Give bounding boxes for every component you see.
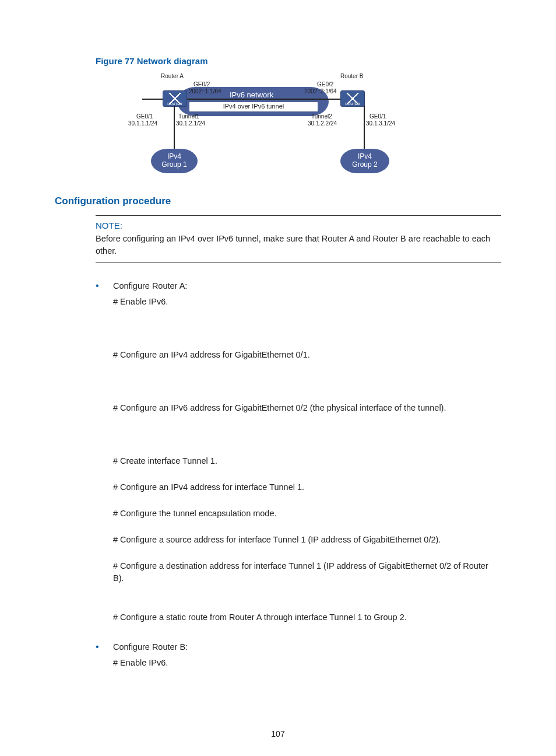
tunnel-box-label: IPv4 over IPv6 tunnel: [189, 102, 318, 112]
group2-name: Group 2: [352, 160, 377, 169]
step-text: # Configure a destination address for in…: [113, 560, 501, 584]
router-b-ge02: GE0/2: [317, 81, 333, 88]
bullet-icon: •: [96, 280, 113, 292]
step-text: # Enable IPv6.: [113, 296, 501, 308]
router-b-ge01: GE0/1: [370, 113, 386, 120]
step-text: # Configure a static route from Router A…: [113, 611, 501, 624]
router-tag: ROUTER: [163, 102, 186, 106]
step-text: # Configure an IPv4 address for GigabitE…: [113, 349, 501, 361]
router-a-ge01: GE0/1: [136, 113, 153, 120]
router-a-ge02: GE0/2: [193, 81, 210, 88]
step-text: # Configure a source address for interfa…: [113, 534, 501, 546]
group1-name: Group 1: [161, 160, 186, 169]
figure-caption: Figure 77 Network diagram: [96, 56, 501, 66]
note-body: Before configuring an IPv4 over IPv6 tun…: [96, 233, 501, 257]
router-b-ge02-ip: 2002::2:1/64: [304, 88, 337, 94]
ipv6-network-label: IPv6 network: [230, 90, 273, 99]
step-text: # Configure an IPv4 address for interfac…: [113, 481, 501, 494]
note-rule-top: [96, 215, 501, 216]
list-item: • Configure Router B:: [96, 641, 501, 653]
router-a-ge01-ip: 30.1.1.1/24: [128, 120, 157, 127]
router-a-ge02-ip: 2002::1:1/64: [189, 88, 221, 94]
network-diagram: IPv6 network IPv4 over IPv6 tunnel ROUTE…: [107, 69, 399, 178]
group1-ipv4: IPv4: [167, 152, 181, 160]
step-text: # Configure the tunnel encapsulation mod…: [113, 508, 501, 520]
step-text: # Enable IPv6.: [113, 657, 501, 669]
configure-router-b: Configure Router B:: [113, 641, 188, 653]
section-heading: Configuration procedure: [55, 195, 501, 207]
tunnel1-ip: 30.1.2.1/24: [176, 120, 205, 127]
router-a-label: Router A: [161, 73, 184, 79]
page-number: 107: [0, 729, 556, 738]
router-b-icon: ROUTER: [340, 90, 365, 107]
group2-ipv4: IPv4: [358, 152, 372, 160]
router-b-ge01-ip: 30.1.3.1/24: [366, 120, 395, 127]
note-label: NOTE:: [96, 220, 501, 230]
note-rule-bottom: [96, 262, 501, 262]
step-text: # Create interface Tunnel 1.: [113, 455, 501, 467]
router-b-label: Router B: [340, 73, 363, 79]
router-a-icon: ROUTER: [163, 90, 187, 107]
bullet-icon: •: [96, 641, 113, 653]
configure-router-a: Configure Router A:: [113, 280, 187, 292]
tunnel1-label: Tunnel1: [178, 113, 199, 120]
tunnel2-ip: 30.1.2.2/24: [308, 120, 337, 127]
step-text: # Configure an IPv6 address for GigabitE…: [113, 402, 501, 414]
router-tag: ROUTER: [341, 102, 364, 106]
list-item: • Configure Router A:: [96, 280, 501, 292]
tunnel2-label: Tunnel2: [311, 113, 332, 120]
